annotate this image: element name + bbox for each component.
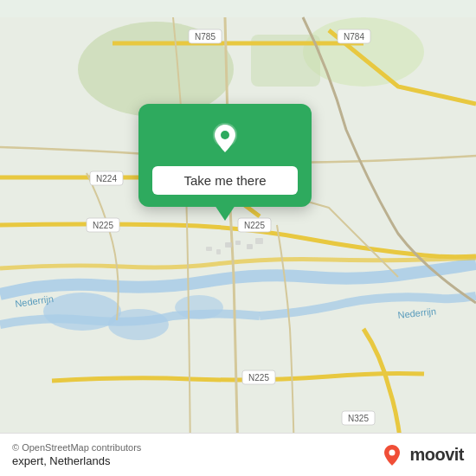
svg-point-31 [389,449,396,455]
svg-rect-26 [255,238,263,244]
svg-rect-23 [225,242,232,248]
moovit-wordmark: moovit [409,445,464,465]
footer-bar: © OpenStreetMap contributors expert, Net… [0,433,476,476]
svg-rect-28 [216,249,221,254]
svg-point-30 [221,131,229,139]
footer-left: © OpenStreetMap contributors expert, Net… [12,442,141,467]
svg-rect-27 [206,247,212,251]
svg-text:N784: N784 [344,32,364,42]
svg-text:N224: N224 [96,174,117,183]
moovit-pin-icon [380,443,404,467]
svg-point-2 [303,17,424,87]
location-pin-icon [206,119,244,158]
svg-point-6 [175,295,223,319]
svg-rect-0 [0,17,476,459]
svg-text:N785: N785 [195,32,215,42]
svg-text:N225: N225 [93,221,113,230]
popup-card: Take me there [138,104,312,207]
copyright-text: © OpenStreetMap contributors [12,442,141,453]
svg-text:N325: N325 [348,414,369,423]
svg-rect-25 [247,244,253,249]
svg-text:N225: N225 [248,373,269,383]
take-me-there-button[interactable]: Take me there [152,166,298,195]
moovit-logo: moovit [380,443,464,467]
svg-text:N225: N225 [244,221,265,230]
map-background: N785 N784 N224 N225 N225 N225 N325 Neder… [0,0,476,476]
svg-rect-24 [235,241,241,245]
map-container: N785 N784 N224 N225 N225 N225 N325 Neder… [0,0,476,476]
location-text: expert, Netherlands [12,454,141,467]
